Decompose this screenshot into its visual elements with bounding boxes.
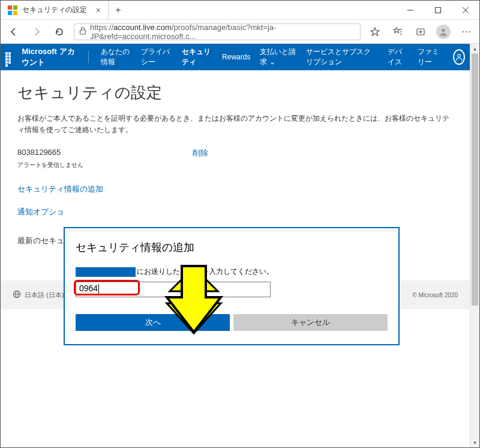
profile-button[interactable]	[435, 23, 452, 40]
avatar-icon	[436, 25, 451, 39]
nav-item-privacy[interactable]: プライバシー	[141, 47, 172, 67]
code-input[interactable]: 0964	[76, 282, 103, 295]
alerts-off-label: アラートを受信しません	[17, 161, 453, 169]
url-text: https://account.live.com/proofs/manage/b…	[90, 23, 355, 41]
nav-item-family[interactable]: ファミリー	[418, 47, 443, 67]
new-tab-button[interactable]: +	[109, 1, 128, 19]
nav-item-security[interactable]: セキュリティ	[182, 47, 212, 67]
svg-rect-1	[13, 5, 17, 10]
ms-favicon	[8, 5, 17, 15]
page-title: セキュリティの設定	[17, 82, 453, 103]
nav-item-payment[interactable]: 支払いと請求 ⌄	[260, 47, 296, 67]
browser-tab[interactable]: セキュリティの設定 ×	[1, 1, 109, 19]
app-launcher-icon[interactable]	[5, 52, 12, 62]
redacted-destination	[76, 267, 136, 277]
globe-icon	[13, 290, 21, 300]
window-controls	[397, 1, 479, 19]
vertical-scrollbar[interactable]: ▲ ▼	[470, 44, 479, 447]
brand-label[interactable]: Microsoft アカウント	[22, 46, 76, 68]
dialog-title: セキュリティ情報の追加	[76, 240, 388, 255]
locale-link[interactable]: 日本語 (日本)	[25, 291, 64, 300]
lock-icon	[79, 26, 86, 37]
url-input[interactable]: https://account.live.com/proofs/manage/b…	[74, 23, 361, 40]
nav-item-devices[interactable]: デバイス	[388, 47, 408, 67]
svg-rect-8	[80, 30, 86, 34]
svg-rect-5	[436, 7, 441, 13]
svg-rect-0	[8, 5, 12, 10]
page-description: お客様がご本人であることを証明する必要があるとき、またはお客様のアカウントに変更…	[17, 113, 453, 136]
page-content: Microsoft アカウント あなたの情報 プライバシー セキュリティ Rew…	[1, 44, 470, 447]
tab-title: セキュリティの設定	[22, 5, 87, 15]
account-avatar-icon[interactable]	[453, 49, 465, 65]
svg-rect-2	[8, 11, 12, 15]
tab-close-icon[interactable]: ×	[96, 5, 101, 15]
phone-number: 8038129665	[17, 148, 61, 159]
window-titlebar: セキュリティの設定 × +	[1, 1, 479, 20]
back-button[interactable]	[5, 23, 22, 40]
cancel-button[interactable]: キャンセル	[233, 314, 388, 331]
svg-point-15	[442, 28, 445, 32]
next-button[interactable]: 次へ	[76, 314, 230, 331]
favorites-list-button[interactable]	[389, 23, 406, 40]
maximize-button[interactable]	[424, 1, 452, 19]
nav-item-rewards[interactable]: Rewards	[222, 53, 250, 61]
dialog-instruction: にお送りしたコードを入力してください。	[76, 267, 388, 277]
scroll-down-button[interactable]: ▼	[470, 438, 479, 447]
nav-item-services[interactable]: サービスとサブスクリプション	[306, 47, 378, 67]
add-security-info-link[interactable]: セキュリティ情報の追加	[17, 184, 453, 195]
add-security-info-dialog: セキュリティ情報の追加 にお送りしたコードを入力してください。 0964 次へ …	[64, 227, 400, 345]
address-bar-row: https://account.live.com/proofs/manage/b…	[1, 20, 479, 44]
favorite-button[interactable]	[367, 23, 383, 40]
close-window-button[interactable]	[452, 1, 479, 19]
notification-options-link[interactable]: 通知オプショ	[17, 207, 453, 217]
text-caret	[98, 284, 99, 294]
refresh-button[interactable]	[51, 23, 68, 40]
svg-rect-3	[13, 11, 17, 15]
collections-button[interactable]	[412, 23, 429, 40]
minimize-button[interactable]	[397, 1, 424, 19]
nav-item-yourinfo[interactable]: あなたの情報	[101, 47, 131, 67]
delete-link[interactable]: 削除	[193, 148, 208, 159]
more-button[interactable]: ⋯	[458, 23, 475, 40]
copyright: © Microsoft 2020	[412, 292, 458, 298]
scrollbar-thumb[interactable]	[472, 53, 478, 306]
forward-button[interactable]	[28, 23, 45, 40]
svg-point-16	[458, 54, 461, 57]
scroll-up-button[interactable]: ▲	[470, 44, 479, 53]
ms-account-nav: Microsoft アカウント あなたの情報 プライバシー セキュリティ Rew…	[1, 44, 470, 70]
